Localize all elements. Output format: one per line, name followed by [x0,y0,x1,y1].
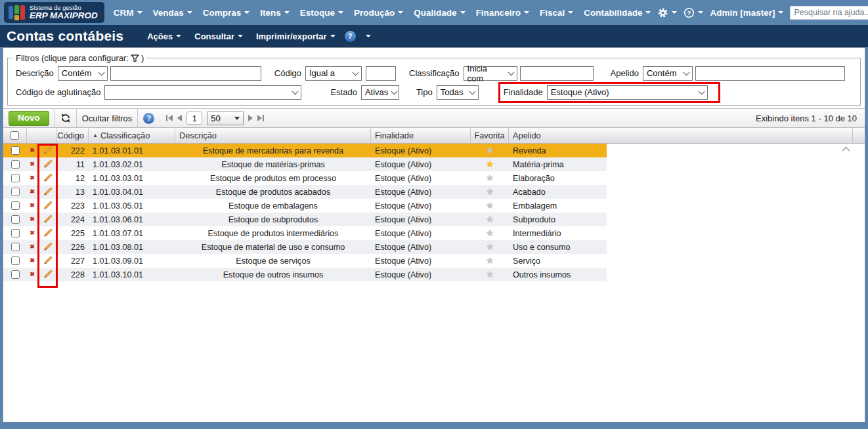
favorite-toggle[interactable]: ★ [471,159,509,169]
nav-menu-item[interactable]: Produção [354,8,403,18]
favorite-toggle[interactable]: ★ [471,256,509,266]
next-page-icon[interactable] [248,115,253,121]
page-size-select[interactable]: 50 [207,112,244,125]
classificacao-operator-select[interactable]: Inicia com [464,66,517,81]
apelido-filter-input[interactable] [695,66,845,81]
nav-menu-item[interactable]: Financeiro [476,8,529,18]
nav-menu-item[interactable]: Qualidade [414,8,465,18]
nav-menu-item[interactable]: Compras [203,8,250,18]
table-row[interactable]: ✖ 224 1.01.03.06.01 Estoque de subprodut… [3,213,607,226]
favorite-toggle[interactable]: ★ [471,173,509,183]
row-checkbox[interactable] [11,256,20,265]
codigo-filter-input[interactable] [366,66,396,81]
edit-row-button[interactable] [37,228,57,238]
descricao-filter-input[interactable] [110,66,261,81]
admin-menu[interactable]: Admin [master] [710,8,783,18]
row-checkbox[interactable] [11,229,20,237]
descricao-operator-select[interactable]: Contém [58,66,108,81]
nav-menu-item[interactable]: Itens [260,8,290,18]
page-help-icon[interactable]: ? [345,31,356,42]
column-header-descricao[interactable]: Descrição [175,128,371,143]
nav-menu-item[interactable]: Estoque [300,8,343,18]
delete-row-button[interactable]: ✖ [27,244,37,250]
delete-row-button[interactable]: ✖ [27,175,37,181]
delete-row-button[interactable]: ✖ [27,230,37,236]
favorite-toggle[interactable]: ★ [471,201,509,211]
help-search-input[interactable] [790,6,868,20]
edit-row-button[interactable] [37,270,57,279]
table-row[interactable]: ✖ 227 1.01.03.09.01 Estoque de serviços … [3,254,607,268]
column-header-classificacao[interactable]: ▲ Classificação [89,128,175,143]
delete-row-button[interactable]: ✖ [27,203,37,209]
edit-row-button[interactable] [37,242,57,252]
codigo-operator-select[interactable]: Igual a [305,66,362,81]
table-row[interactable]: ✖ 222 1.01.03.01.01 Estoque de mercadori… [3,144,607,157]
edit-row-button[interactable] [37,159,57,169]
favorite-toggle[interactable]: ★ [471,187,509,197]
row-checkbox[interactable] [11,160,20,169]
table-row[interactable]: ✖ 225 1.01.03.07.01 Estoque de produtos … [3,226,607,240]
finalidade-select[interactable]: Estoque (Ativo) [547,85,708,100]
table-row[interactable]: ✖ 12 1.01.03.03.01 Estoque de produtos e… [3,171,607,185]
nav-menu-item[interactable]: CRM [114,8,142,18]
page-menu-item[interactable]: Ações [147,31,181,41]
scroll-up-icon[interactable] [842,146,850,155]
aglutinacao-select[interactable] [104,85,301,100]
edit-row-button[interactable] [37,146,57,155]
settings-gear-menu[interactable] [657,7,677,18]
row-checkbox[interactable] [11,243,20,251]
row-checkbox[interactable] [11,174,20,182]
column-header-favorita[interactable]: Favorita [471,128,509,143]
edit-row-button[interactable] [37,214,57,224]
delete-row-button[interactable]: ✖ [27,272,37,277]
edit-row-button[interactable] [37,201,57,211]
column-header-finalidade[interactable]: Finalidade [371,128,471,143]
edit-row-button[interactable] [37,256,57,266]
chevron-down-icon[interactable] [366,35,371,37]
select-all-checkbox[interactable] [11,131,19,140]
refresh-button[interactable] [55,109,77,127]
page-menu-item[interactable]: Consultar [194,31,243,41]
table-row[interactable]: ✖ 228 1.01.03.10.01 Estoque de outros in… [3,268,607,281]
delete-row-button[interactable]: ✖ [27,161,37,167]
delete-row-button[interactable]: ✖ [27,148,37,153]
favorite-toggle[interactable]: ★ [471,228,509,238]
grid-help-icon[interactable]: ? [143,113,154,124]
table-row[interactable]: ✖ 13 1.01.03.04.01 Estoque de produtos a… [3,185,607,199]
table-row[interactable]: ✖ 11 1.01.03.02.01 Estoque de matérias-p… [3,157,607,171]
help-menu[interactable]: ? [684,7,703,18]
app-logo[interactable]: Sistema de gestão ERP MAXIPROD [4,2,104,23]
hide-filters-button[interactable]: Ocultar filtros [82,113,133,123]
column-header-codigo[interactable]: Código [57,128,89,143]
edit-row-button[interactable] [37,173,57,183]
delete-row-button[interactable]: ✖ [27,258,37,264]
row-checkbox[interactable] [11,270,20,279]
favorite-toggle[interactable]: ★ [471,214,509,224]
table-row[interactable]: ✖ 223 1.01.03.05.01 Estoque de embalagen… [3,199,607,213]
column-header-apelido[interactable]: Apelido [509,128,853,143]
favorite-toggle[interactable]: ★ [471,242,509,252]
apelido-operator-select[interactable]: Contém [643,66,693,81]
delete-row-button[interactable]: ✖ [27,216,37,222]
classificacao-filter-input[interactable] [520,66,594,81]
row-checkbox[interactable] [11,215,20,224]
row-checkbox[interactable] [11,188,20,196]
last-page-button[interactable] [257,115,264,121]
first-page-button[interactable] [166,115,173,121]
current-page-box[interactable]: 1 [186,112,202,125]
edit-row-button[interactable] [37,187,57,197]
previous-page-icon[interactable] [177,115,182,121]
favorite-toggle[interactable]: ★ [471,146,509,155]
page-menu-item[interactable]: Imprimir/exportar [256,31,336,41]
nav-menu-item[interactable]: Fiscal [540,8,573,18]
favorite-toggle[interactable]: ★ [471,270,509,279]
nav-menu-item[interactable]: Contabilidade [584,8,651,18]
row-checkbox[interactable] [11,146,20,155]
nav-menu-item[interactable]: Vendas [153,8,192,18]
estado-select[interactable]: Ativas [361,85,399,100]
filters-legend[interactable]: Filtros (clique para configurar: ) [13,53,146,63]
row-checkbox[interactable] [11,201,20,210]
tipo-select[interactable]: Todas [437,85,479,100]
new-button[interactable]: Novo [9,111,49,126]
table-row[interactable]: ✖ 226 1.01.03.08.01 Estoque de material … [3,240,607,254]
